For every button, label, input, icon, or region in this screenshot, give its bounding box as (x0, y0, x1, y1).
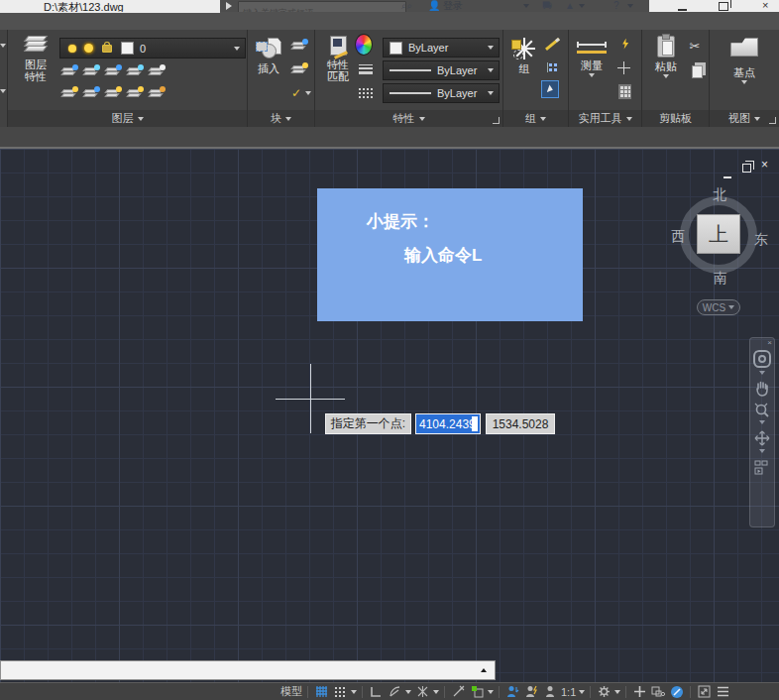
block-create-icon[interactable] (289, 38, 307, 54)
linetype-list-icon[interactable] (357, 85, 375, 101)
wheel-caret-icon[interactable] (759, 371, 765, 375)
isolate-objects-add-button[interactable] (631, 685, 647, 699)
app-store-cart-icon[interactable]: ⛟ (542, 0, 552, 11)
layer-lock-icon[interactable] (125, 63, 143, 79)
ortho-toggle[interactable] (368, 685, 384, 699)
object-snap-tracking-toggle[interactable] (450, 685, 466, 699)
drawing-close-button[interactable]: × (761, 159, 768, 171)
customization-menu-button[interactable] (715, 685, 730, 699)
layer-thaw-all-icon[interactable] (103, 85, 121, 101)
layer-unlock2-icon[interactable] (125, 85, 143, 101)
point-style-icon[interactable] (614, 59, 632, 75)
drawing-restore-button[interactable] (742, 159, 751, 171)
drawing-canvas[interactable]: × 小提示： 输入命令L 北 西 东 南 上 WCS × (0, 149, 779, 682)
dynamic-input-x-field[interactable]: 4104.2439 (415, 413, 481, 434)
group-manager-icon[interactable] (543, 59, 561, 75)
layer-match-icon[interactable] (147, 63, 165, 79)
annotation-scale-caret-icon[interactable] (579, 690, 585, 694)
window-minimize-button[interactable] (678, 4, 687, 11)
signin-button[interactable]: 登录 (443, 0, 463, 12)
layer-off-icon[interactable] (59, 85, 77, 101)
properties-dialog-launcher-icon[interactable] (493, 117, 500, 124)
orbit-icon[interactable] (750, 429, 774, 447)
block-edit-icon[interactable] (289, 61, 307, 77)
window-close-button[interactable]: × (762, 0, 779, 9)
viewcube-south[interactable]: 南 (714, 270, 727, 288)
search-expand-icon[interactable] (226, 2, 232, 10)
object-snap-caret-icon[interactable] (488, 690, 494, 694)
id-point-icon[interactable] (616, 36, 634, 52)
wcs-button[interactable]: WCS (697, 299, 740, 315)
properties-panel-label[interactable]: 特性 (315, 110, 502, 127)
viewcube-north[interactable]: 北 (713, 186, 726, 204)
layer-properties-button[interactable]: 图层特性 (14, 36, 57, 82)
help-icon[interactable]: ? (613, 0, 619, 11)
viewcube-top-face[interactable]: 上 (697, 214, 740, 254)
annotation-visibility-toggle[interactable] (504, 685, 520, 699)
autodesk-app-icon[interactable]: ▲ (565, 0, 575, 11)
lineweight-select[interactable]: ByLayer (383, 60, 500, 80)
user-icon[interactable]: 👤 (428, 0, 440, 11)
workspace-caret-icon[interactable] (614, 690, 620, 694)
graphics-performance-button[interactable] (669, 685, 685, 699)
snap-caret-icon[interactable] (351, 690, 357, 694)
layer-select[interactable]: 0 (59, 38, 246, 58)
polar-caret-icon[interactable] (405, 690, 411, 694)
quick-calc-icon[interactable] (615, 83, 633, 99)
base-point-button[interactable]: 基点 (727, 38, 761, 84)
isodraft-toggle[interactable] (414, 685, 430, 699)
help-caret-icon[interactable] (627, 4, 633, 8)
navbar-close-icon[interactable]: × (767, 339, 772, 347)
exchange-search-icon[interactable]: ⌕⌕ (401, 0, 412, 11)
layer-isolate-icon[interactable] (59, 63, 77, 79)
isodraft-caret-icon[interactable] (433, 690, 439, 694)
group-selection-toggle[interactable] (541, 81, 559, 97)
cut-icon[interactable]: ✂ (686, 38, 704, 54)
app-caret-icon[interactable] (579, 4, 585, 8)
annotation-autoscale-toggle[interactable] (523, 685, 539, 699)
window-restore-button[interactable] (719, 2, 728, 11)
group-button[interactable]: 组 (508, 38, 540, 74)
group-panel-label[interactable]: 组 (503, 110, 568, 127)
signin-caret-icon[interactable] (523, 4, 529, 8)
command-expand-icon[interactable] (481, 668, 487, 672)
workspace-switch-button[interactable] (596, 685, 612, 699)
color-wheel-icon[interactable] (355, 37, 373, 53)
zoom-icon[interactable] (750, 402, 774, 419)
dynamic-input-y-field[interactable]: 1534.5028 (486, 413, 555, 434)
annotation-scale-button[interactable]: 1:1 (561, 686, 576, 698)
insert-block-button[interactable]: 插入 (252, 38, 285, 74)
view-dialog-launcher-icon[interactable] (769, 117, 776, 124)
utilities-panel-label[interactable]: 实用工具 (569, 110, 641, 127)
lineweight-list-icon[interactable] (357, 61, 375, 77)
snap-toggle[interactable] (332, 685, 348, 699)
orbit-caret-icon[interactable] (759, 449, 765, 453)
polar-tracking-toggle[interactable] (387, 685, 402, 699)
object-color-select[interactable]: ByLayer (383, 38, 500, 58)
paste-button[interactable]: 粘贴 (650, 36, 682, 78)
viewcube-west[interactable]: 西 (671, 228, 685, 246)
navigation-wheel-icon[interactable] (750, 350, 774, 368)
clipboard-panel-label[interactable]: 剪贴板 (642, 110, 709, 127)
grid-toggle[interactable] (313, 685, 329, 699)
group-edit-icon[interactable] (543, 36, 561, 52)
layer-freeze-icon[interactable] (103, 63, 121, 79)
drawing-minimize-button[interactable] (723, 161, 731, 173)
layer-delete-icon[interactable] (147, 85, 165, 101)
object-snap-toggle[interactable] (469, 685, 485, 699)
showmotion-icon[interactable] (750, 459, 774, 477)
isolate-objects-button[interactable] (650, 685, 666, 699)
layer-make-current-icon[interactable] (81, 63, 99, 79)
measure-button[interactable]: 测量 (574, 42, 610, 77)
match-properties-button[interactable]: 特性匹配 (320, 36, 356, 82)
layer-panel-label[interactable]: 图层 (8, 110, 247, 127)
copy-icon[interactable] (688, 63, 706, 79)
pan-hand-icon[interactable] (750, 380, 774, 398)
view-panel-label[interactable]: 视图 (710, 110, 779, 127)
linetype-select[interactable]: ByLayer (383, 83, 500, 103)
block-attributes-icon[interactable]: ✓ (287, 85, 305, 101)
clean-screen-button[interactable] (696, 685, 712, 699)
annotation-monitor-toggle[interactable] (542, 685, 558, 699)
viewcube-east[interactable]: 东 (754, 231, 768, 249)
block-panel-label[interactable]: 块 (248, 110, 314, 127)
